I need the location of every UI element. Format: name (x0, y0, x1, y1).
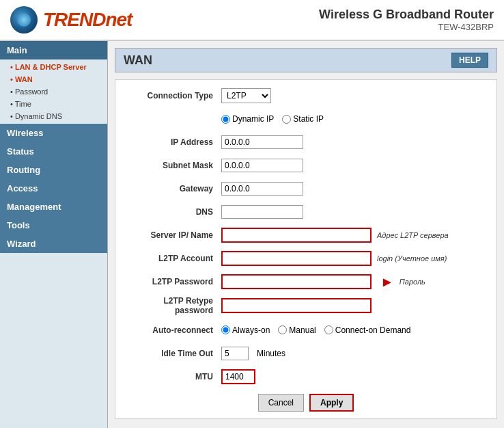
ip-address-label: IP Address (126, 137, 221, 147)
l2tp-password-row: L2TP Password ► Пароль (126, 273, 486, 291)
sidebar-link-dynamic-dns[interactable]: Dynamic DNS (0, 110, 107, 122)
logo-inner-circle (17, 13, 31, 27)
static-ip-option: Static IP (282, 114, 324, 124)
connection-type-controls: L2TP DHCP Static IP PPPoE PPTP (221, 88, 486, 103)
sidebar-item-access[interactable]: Access (0, 179, 107, 198)
sidebar-submenu-main: LAN & DHCP Server WAN Password Time Dyna… (0, 59, 107, 124)
l2tp-retype-input[interactable] (221, 298, 372, 313)
dns-input[interactable] (221, 205, 303, 219)
mtu-label: MTU (126, 372, 221, 382)
manual-radio[interactable] (278, 325, 287, 334)
apply-button[interactable]: Apply (309, 394, 354, 412)
server-ip-label: Server IP/ Name (126, 230, 221, 240)
subnet-mask-label: Subnet Mask (126, 161, 221, 170)
gateway-label: Gateway (126, 184, 221, 193)
minutes-label: Minutes (257, 349, 285, 358)
mtu-controls (221, 369, 486, 384)
ip-address-row: IP Address (126, 133, 486, 151)
l2tp-retype-controls (221, 298, 486, 313)
ip-address-controls (221, 135, 486, 149)
wan-title: WAN (124, 53, 152, 68)
auto-reconnect-label: Auto-reconnect (126, 325, 221, 335)
connection-type-select[interactable]: L2TP DHCP Static IP PPPoE PPTP (221, 88, 271, 103)
header-title-area: Wireless G Broadband Router TEW-432BRP (319, 8, 494, 32)
server-ip-controls: Адрес L2TP сервера (221, 228, 486, 243)
help-button[interactable]: HELP (451, 53, 488, 68)
wan-form: Connection Type L2TP DHCP Static IP PPPo… (115, 79, 497, 419)
sidebar-item-status[interactable]: Status (0, 142, 107, 161)
l2tp-password-input[interactable] (221, 274, 372, 289)
always-on-label: Always-on (232, 325, 270, 335)
sidebar-link-wan[interactable]: WAN (0, 73, 107, 85)
idle-timeout-row: Idle Time Out Minutes (126, 345, 486, 362)
sidebar-item-tools[interactable]: Tools (0, 216, 107, 235)
server-ip-annotation: Адрес L2TP сервера (377, 231, 449, 239)
dynamic-ip-option: Dynamic IP (221, 114, 274, 124)
auto-reconnect-row: Auto-reconnect Always-on Manual Connect-… (126, 321, 486, 339)
l2tp-account-input[interactable] (221, 251, 372, 266)
ip-type-row: Dynamic IP Static IP (126, 110, 486, 128)
button-row: Cancel Apply (126, 394, 486, 412)
ip-type-radios: Dynamic IP Static IP (221, 114, 486, 124)
sidebar-item-wireless[interactable]: Wireless (0, 124, 107, 142)
connect-on-demand-radio[interactable] (324, 325, 333, 334)
l2tp-account-row: L2TP Account login (Учетное имя) (126, 250, 486, 267)
dns-row: DNS (126, 203, 486, 221)
cancel-button[interactable]: Cancel (258, 394, 304, 412)
device-title: Wireless G Broadband Router (319, 8, 494, 22)
idle-timeout-input[interactable] (221, 347, 249, 360)
ip-address-input[interactable] (221, 135, 303, 149)
server-ip-input[interactable] (221, 228, 372, 243)
l2tp-retype-row: L2TP Retype password (126, 296, 486, 316)
always-on-radio[interactable] (221, 325, 230, 334)
sidebar-item-routing[interactable]: Routing (0, 161, 107, 179)
sidebar-item-main[interactable]: Main (0, 41, 107, 59)
manual-option: Manual (278, 325, 316, 335)
connect-on-demand-option: Connect-on Demand (324, 325, 411, 335)
server-ip-row: Server IP/ Name Адрес L2TP сервера (126, 226, 486, 244)
brand-name: TRENDnet (43, 9, 132, 31)
main-content-area: WAN HELP Connection Type L2TP DHCP Stati… (108, 41, 504, 428)
device-model: TEW-432BRP (319, 22, 494, 32)
gateway-row: Gateway (126, 180, 486, 198)
sidebar-link-password[interactable]: Password (0, 85, 107, 98)
auto-reconnect-controls: Always-on Manual Connect-on Demand (221, 325, 486, 335)
connection-type-label: Connection Type (126, 91, 221, 101)
subnet-mask-input[interactable] (221, 159, 303, 172)
l2tp-account-annotation: login (Учетное имя) (377, 254, 447, 263)
l2tp-password-label: L2TP Password (126, 277, 221, 286)
static-ip-radio[interactable] (282, 115, 291, 124)
mtu-row: MTU (126, 368, 486, 386)
static-ip-label: Static IP (293, 114, 324, 124)
dns-label: DNS (126, 207, 221, 217)
subnet-mask-row: Subnet Mask (126, 157, 486, 174)
sidebar-item-management[interactable]: Management (0, 198, 107, 216)
mtu-input[interactable] (221, 369, 255, 384)
dns-controls (221, 205, 486, 219)
sidebar-item-wizard[interactable]: Wizard (0, 235, 107, 253)
logo-icon (10, 6, 38, 34)
wan-header: WAN HELP (115, 48, 497, 72)
connect-on-demand-label: Connect-on Demand (335, 325, 411, 335)
idle-timeout-label: Idle Time Out (126, 349, 221, 358)
manual-label: Manual (289, 325, 316, 335)
sidebar: Main LAN & DHCP Server WAN Password Time… (0, 41, 108, 428)
l2tp-account-label: L2TP Account (126, 254, 221, 263)
dynamic-ip-label: Dynamic IP (232, 114, 274, 124)
sidebar-link-time[interactable]: Time (0, 98, 107, 110)
always-on-option: Always-on (221, 325, 270, 335)
l2tp-password-controls: ► Пароль (221, 274, 486, 290)
gateway-input[interactable] (221, 182, 303, 196)
main-layout: Main LAN & DHCP Server WAN Password Time… (0, 41, 504, 428)
password-annotation: Пароль (400, 278, 425, 286)
logo-area: TRENDnet (10, 6, 132, 34)
connection-type-row: Connection Type L2TP DHCP Static IP PPPo… (126, 87, 486, 105)
subnet-mask-controls (221, 159, 486, 172)
dynamic-ip-radio[interactable] (221, 115, 230, 124)
header: TRENDnet Wireless G Broadband Router TEW… (0, 0, 504, 41)
l2tp-retype-label: L2TP Retype password (126, 296, 221, 316)
sidebar-link-lan-dhcp[interactable]: LAN & DHCP Server (0, 61, 107, 73)
idle-timeout-controls: Minutes (221, 347, 486, 360)
l2tp-account-controls: login (Учетное имя) (221, 251, 486, 266)
gateway-controls (221, 182, 486, 196)
